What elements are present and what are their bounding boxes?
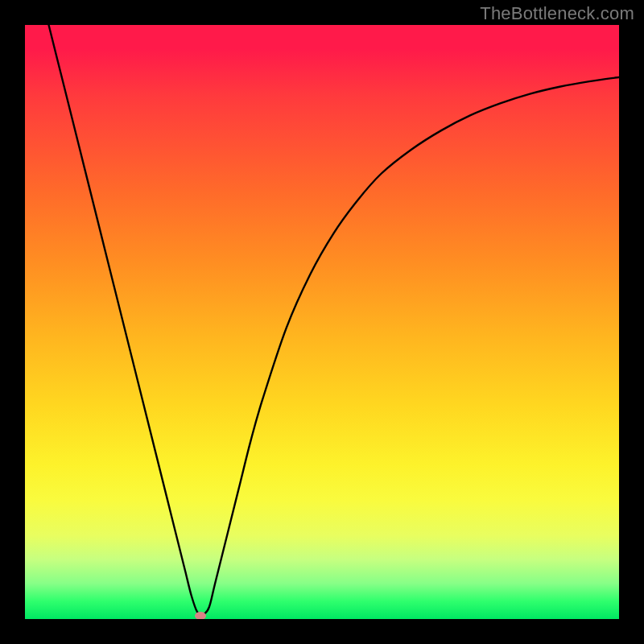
optimum-marker xyxy=(195,612,206,619)
bottleneck-curve xyxy=(25,25,619,619)
plot-area xyxy=(25,25,619,619)
attribution-label: TheBottleneck.com xyxy=(480,3,634,24)
chart-frame: TheBottleneck.com xyxy=(0,0,644,644)
